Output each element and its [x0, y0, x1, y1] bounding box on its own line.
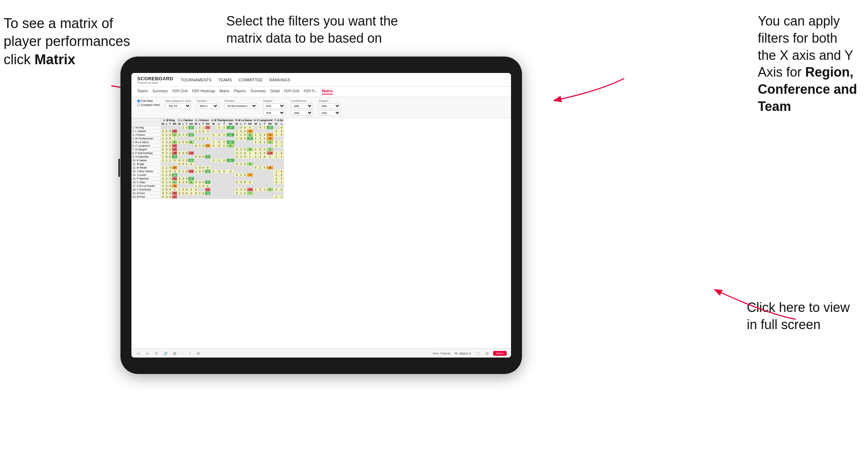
share-btn[interactable]: Share [493, 351, 507, 356]
full-view-radio[interactable]: Full View [137, 99, 160, 103]
matrix-cell [227, 195, 234, 199]
matrix-cell [227, 137, 234, 140]
region-select2[interactable]: N/A [263, 110, 285, 116]
zoom-out-btn[interactable]: - [181, 351, 185, 356]
matrix-cell [227, 188, 234, 192]
matrix-cell: 10 [172, 173, 177, 177]
tab-h2h-heatmap[interactable]: H2H Heatmap [192, 89, 215, 94]
link-btn[interactable]: 🔗 [162, 351, 169, 356]
matrix-cell [253, 159, 258, 162]
matrix-cell: 1 [161, 155, 165, 159]
matrix-cell: 1 [161, 144, 165, 148]
tab-summary2[interactable]: Summary [250, 89, 266, 94]
region-select[interactable]: N/A [263, 103, 285, 109]
matrix-cell: -4 [266, 166, 273, 170]
matrix-cell [266, 195, 273, 199]
tab-detail[interactable]: Detail [270, 89, 280, 94]
tab-matrix2[interactable]: Matrix [322, 89, 333, 94]
matrix-cell [161, 126, 165, 130]
matrix-cell: 0 [262, 155, 266, 159]
watch-btn[interactable]: 👁 Watch ▾ [453, 351, 472, 356]
matrix-cell: 1 [168, 159, 172, 162]
col-group-1: 1. W Ding [161, 119, 177, 122]
matrix-cell: 3 [273, 140, 279, 144]
matrix-cell [258, 184, 262, 188]
matrix-cell [210, 177, 216, 181]
matrix-cell: 1 [181, 159, 185, 162]
nav-committee[interactable]: COMMITTEE [239, 78, 263, 82]
undo-btn[interactable]: ↩ [136, 351, 142, 356]
matrix-cell: 15 [205, 170, 210, 173]
conference-select2[interactable]: (All) [291, 110, 313, 116]
col-dif2: Dif [188, 122, 194, 126]
conference-select[interactable]: (All) [291, 103, 313, 109]
max-players-select[interactable]: Top 25 [165, 103, 191, 109]
matrix-cell: 1 [205, 137, 210, 140]
matrix-cell: -7 [247, 173, 253, 177]
matrix-cell: -3 [172, 170, 177, 173]
gender-select[interactable]: Men's [197, 103, 219, 109]
matrix-cell: 0 [243, 148, 247, 151]
col-group-5: 5. M La Sasso [234, 119, 253, 122]
division-select[interactable]: NCAA Division I [224, 103, 257, 109]
matrix-cell: 17 [227, 126, 234, 130]
matrix-cell [247, 177, 253, 181]
matrix-cell: 4 [247, 162, 253, 166]
reset-btn[interactable]: ↺ [153, 351, 159, 356]
matrix-cell: 2 [279, 173, 284, 177]
matrix-cell: 1 [258, 166, 262, 170]
matrix-cell [177, 173, 182, 177]
anno-br-l2: in full screen [747, 317, 821, 332]
matrix-cell: -6 [266, 137, 273, 140]
matrix-cell [258, 144, 262, 148]
matrix-cell [201, 140, 205, 144]
gender-group: Gender Men's [197, 99, 219, 109]
col-l6: L [258, 122, 262, 126]
nav-tournaments[interactable]: TOURNAMENTS [181, 78, 212, 82]
matrix-cell [177, 184, 182, 188]
nav-teams[interactable]: TEAMS [218, 78, 232, 82]
tab-matrix[interactable]: Matrix [219, 89, 229, 94]
zoom-in-btn[interactable]: + [188, 351, 192, 356]
expand-btn[interactable]: ⊡ [484, 351, 490, 356]
matrix-table: 1. W Ding 2. L Clanton 3. J Koivun 4. M … [131, 118, 284, 199]
compact-view-radio[interactable]: Compact View [137, 103, 160, 107]
settings-btn[interactable]: ⚙ [195, 351, 201, 356]
grid-btn[interactable]: ⊞ [172, 351, 178, 356]
anno-tr-l5: Conference and [758, 82, 857, 97]
matrix-cell [185, 195, 188, 199]
matrix-cell [239, 140, 243, 144]
matrix-cell: 2 [217, 170, 222, 173]
matrix-area[interactable]: 1. W Ding 2. L Clanton 3. J Koivun 4. M … [131, 118, 511, 348]
anno-tc-l2: matrix data to be based on [226, 31, 382, 46]
matrix-cell: 1 [161, 170, 165, 173]
matrix-cell: 0 [168, 140, 172, 144]
tab-summary[interactable]: Summary [152, 89, 168, 94]
matrix-cell: 0 [188, 162, 194, 166]
players-select2[interactable]: (All) [319, 110, 341, 116]
tab-players[interactable]: Players [234, 89, 246, 94]
nav-rankings[interactable]: RANKINGS [269, 78, 290, 82]
tab-teams[interactable]: Teams [137, 89, 148, 94]
matrix-cell: 1 [239, 173, 243, 177]
table-row: 13. J Skov Olesen110-3210-1910015220-113 [132, 170, 284, 173]
matrix-cell: 0 [234, 151, 239, 155]
players-select[interactable]: (All) [319, 103, 341, 109]
matrix-cell [217, 137, 222, 140]
matrix-cell: 2 [165, 184, 168, 188]
matrix-cell [222, 184, 227, 188]
redo-btn[interactable]: ↪ [145, 351, 150, 356]
fullscreen-btn[interactable]: ⛶ [475, 351, 481, 356]
matrix-cell [210, 148, 216, 151]
matrix-cell [205, 140, 210, 144]
tab-h2h-grid[interactable]: H2H Grid [172, 89, 188, 94]
col-group-2: 2. L Clanton [177, 119, 194, 122]
matrix-cell: 2 [172, 133, 177, 137]
matrix-cell [243, 177, 247, 181]
matrix-cell [247, 170, 253, 173]
matrix-cell [185, 137, 188, 140]
tab-h2h-grid2[interactable]: H2H Grid [284, 89, 299, 94]
row-header-cell: 5. M La Sasso [132, 140, 161, 144]
tab-h2h-h[interactable]: H2H H... [304, 89, 318, 94]
matrix-cell: 1 [181, 126, 185, 130]
